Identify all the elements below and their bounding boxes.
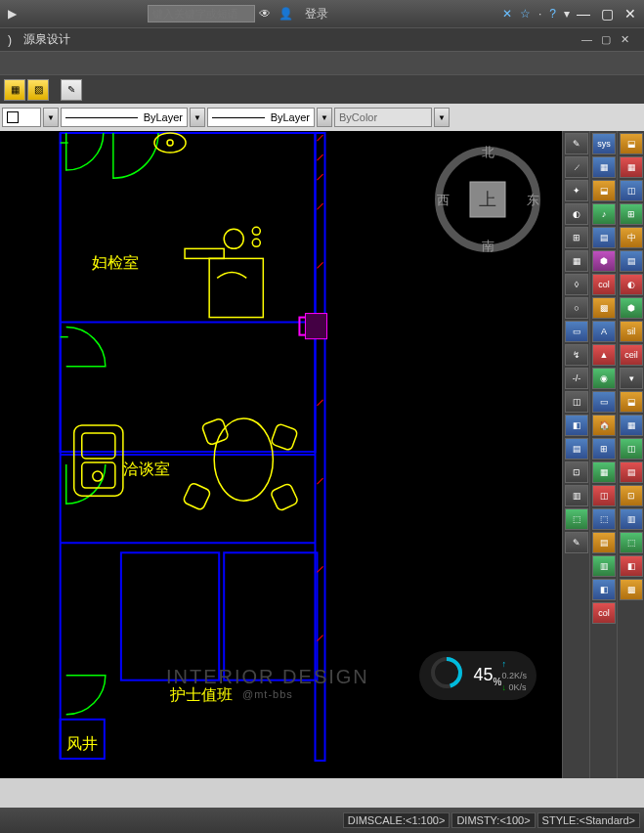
palette-btn[interactable]: ▦	[565, 250, 588, 272]
minimize-button[interactable]: —	[574, 5, 593, 22]
layer-color-dropdown[interactable]: ▼	[43, 108, 59, 127]
palette-btn[interactable]: ◫	[620, 438, 643, 460]
binoculars-icon[interactable]: 👁	[259, 7, 271, 21]
palette-btn[interactable]: ⬚	[592, 508, 616, 530]
palette-btn[interactable]: 中	[620, 227, 643, 248]
doc-close-button[interactable]: ✕	[621, 33, 636, 47]
palette-btn[interactable]: 🏠	[592, 415, 616, 436]
palette-btn[interactable]: ⬓	[620, 391, 643, 413]
x-icon[interactable]: ✕	[502, 7, 512, 21]
linetype-dropdown[interactable]: ▼	[190, 108, 205, 127]
palette-btn[interactable]: ✎	[565, 532, 588, 553]
palette-btn[interactable]: ▤	[620, 461, 643, 483]
svg-point-28	[252, 227, 260, 235]
palette-btn[interactable]: ⬓	[620, 133, 643, 154]
palette-btn[interactable]: ◐	[620, 274, 643, 295]
toolbar-row: ▦ ▨ ✎	[0, 74, 644, 104]
palette-btn[interactable]: ⬚	[620, 532, 643, 553]
palette-btn[interactable]: ○	[565, 297, 588, 319]
search-input[interactable]	[148, 5, 255, 22]
tool-button-2[interactable]: ▨	[27, 79, 49, 101]
palette-btn[interactable]: ⬓	[592, 180, 616, 201]
palette-btn[interactable]: ⬢	[620, 297, 643, 319]
palette-btn[interactable]: ⊞	[592, 438, 616, 460]
palette-btn[interactable]: col	[592, 602, 616, 624]
speed-widget: 45% ↑ 0.2K/s ↓ 0K/s	[419, 651, 537, 700]
drawing-canvas[interactable]: 妇检室 洽谈室 护士值班 风井 上 北 南 西 东 45% ↑ 0.2K/s ↓…	[0, 131, 644, 778]
help-icon[interactable]: ?	[549, 7, 556, 21]
palette-btn[interactable]: -/-	[565, 368, 588, 389]
palette-btn[interactable]: sys	[592, 133, 616, 154]
palette-btn[interactable]: ✦	[565, 180, 588, 201]
palette-btn[interactable]: ▥	[565, 485, 588, 506]
palette-btn[interactable]: ▭	[565, 321, 588, 342]
menu-paren: )	[8, 33, 12, 47]
palette-btn[interactable]: ⟋	[565, 156, 588, 178]
doc-minimize-button[interactable]: —	[581, 33, 597, 47]
help-dropdown-icon[interactable]: ▾	[564, 7, 570, 21]
palette-btn[interactable]: ▥	[592, 555, 616, 577]
palette-btn[interactable]: ♪	[592, 203, 616, 225]
user-icon[interactable]: 👤	[279, 7, 293, 21]
status-dimsty[interactable]: DIMSTY:<100>	[451, 812, 535, 828]
palette-btn[interactable]: ▤	[592, 227, 616, 248]
color-combo[interactable]: ByColor	[334, 108, 432, 127]
close-button[interactable]: ✕	[621, 5, 640, 22]
palette-btn[interactable]: ▦	[620, 415, 643, 436]
menu-item-yuanquan[interactable]: 源泉设计	[23, 31, 70, 48]
palette-btn[interactable]: ◧	[565, 415, 588, 436]
people-icon[interactable]: ☆	[520, 7, 531, 21]
palette-btn[interactable]: A	[592, 321, 616, 342]
palette-btn[interactable]: ◧	[592, 579, 616, 600]
palette-btn[interactable]: ◫	[565, 391, 588, 413]
palette-btn[interactable]: ▩	[592, 297, 616, 319]
palette-btn[interactable]: ▤	[592, 532, 616, 553]
palette-btn[interactable]: ⬚	[565, 508, 588, 530]
palette-btn[interactable]: ▤	[565, 438, 588, 460]
palette-btn[interactable]: ↯	[565, 344, 588, 366]
palette-btn[interactable]: ◫	[620, 180, 643, 201]
status-dimscale[interactable]: DIMSCALE:<1:100>	[343, 812, 451, 828]
palette-btn[interactable]: ▾	[620, 368, 643, 389]
layer-color-combo[interactable]	[2, 108, 41, 127]
palette-btn[interactable]: ◊	[565, 274, 588, 295]
palette-btn[interactable]: ▦	[620, 156, 643, 178]
palette-btn[interactable]: ◧	[620, 555, 643, 577]
login-link[interactable]: 登录	[305, 6, 328, 22]
palette-btn[interactable]: col	[592, 274, 616, 295]
palette-btn[interactable]: ⬢	[592, 250, 616, 272]
palette-btn[interactable]: ✎	[565, 133, 588, 154]
palette-btn[interactable]: ceil	[620, 344, 643, 366]
palette-btn[interactable]: ⊞	[565, 227, 588, 248]
properties-bar: ▼ ByLayer ▼ ByLayer ▼ ByColor ▼	[0, 104, 644, 131]
palette-btn[interactable]: ▭	[592, 391, 616, 413]
linetype-combo[interactable]: ByLayer	[61, 108, 188, 127]
tool-button-3[interactable]: ✎	[61, 79, 82, 101]
palette-btn[interactable]: ▦	[592, 156, 616, 178]
palette-btn[interactable]: ⊞	[620, 203, 643, 225]
palette-btn[interactable]: ▲	[592, 344, 616, 366]
palette-btn[interactable]: sil	[620, 321, 643, 342]
palette-btn[interactable]: ▩	[620, 579, 643, 600]
palette-btn[interactable]: ◐	[565, 203, 588, 225]
palette-btn[interactable]: ⊡	[620, 485, 643, 506]
lineweight-combo[interactable]: ByLayer	[207, 108, 315, 127]
palette-btn[interactable]: ◉	[592, 368, 616, 389]
room-label-2: 洽谈室	[123, 460, 170, 477]
palette-btn[interactable]: ▥	[620, 508, 643, 530]
palette-btn[interactable]: ⊡	[565, 461, 588, 483]
viewcube[interactable]: 上 北 南 西 东	[429, 141, 546, 258]
play-icon[interactable]: ▶	[8, 7, 17, 21]
svg-rect-0	[61, 133, 316, 452]
svg-text:上: 上	[479, 190, 496, 209]
tool-button-1[interactable]: ▦	[4, 79, 25, 101]
color-dropdown[interactable]: ▼	[434, 108, 450, 127]
palette-col-1: ✎ ⟋ ✦ ◐ ⊞ ▦ ◊ ○ ▭ ↯ -/- ◫ ◧ ▤ ⊡ ▥ ⬚ ✎	[562, 131, 589, 778]
lineweight-dropdown[interactable]: ▼	[317, 108, 332, 127]
palette-btn[interactable]: ◫	[592, 485, 616, 506]
status-style[interactable]: STYLE:<Standard>	[537, 812, 640, 828]
palette-btn[interactable]: ▦	[592, 461, 616, 483]
restore-button[interactable]: ▢	[597, 5, 617, 22]
doc-restore-button[interactable]: ▢	[601, 33, 617, 47]
palette-btn[interactable]: ▤	[620, 250, 643, 272]
